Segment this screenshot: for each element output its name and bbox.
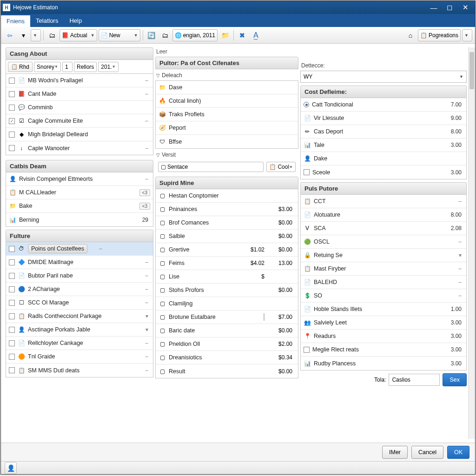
pogreations-combo[interactable]: 📋Pogreations [418, 29, 461, 41]
list-item[interactable]: ▢Lise$ [156, 270, 298, 284]
list-item[interactable]: ▢Stohs Profors$0.00 [156, 284, 298, 297]
list-item[interactable]: 📊Tale3.00 [301, 139, 466, 152]
list-item[interactable]: ▢Hestan Conptomier [156, 189, 298, 203]
actual-combo[interactable]: 📕Acbual▼ [60, 29, 97, 41]
list-item[interactable]: ▢Pninainces$3.00 [156, 203, 298, 216]
snorey-combo[interactable]: Snorey▼ [34, 62, 61, 72]
cool-combo[interactable]: 📋 Cool▼ [266, 162, 296, 172]
list-item[interactable]: 🔵2 AChariage– [6, 283, 153, 296]
versit-label[interactable]: ▽Versit [155, 149, 298, 160]
font-icon[interactable]: A̲ [250, 29, 262, 41]
back-button[interactable]: ⇦ [4, 29, 16, 41]
checkbox-icon[interactable] [304, 347, 310, 353]
menu-friens[interactable]: Fniens [1, 14, 30, 27]
list-item[interactable]: Sceole3.00 [301, 165, 466, 179]
list-item[interactable]: ✓☑Cagle Commuite Eite– [6, 114, 153, 128]
list-item[interactable]: 📍Readurs3.00 [301, 330, 466, 343]
list-item[interactable]: 📄Rellchloyter Cankage– [6, 337, 153, 350]
list-item[interactable]: 📄BALEHD– [301, 276, 466, 289]
list-item[interactable]: Meglie Rlect reats3.00 [301, 343, 466, 357]
list-item[interactable]: 📄MB Wodni's Prallagel– [6, 74, 153, 87]
maximize-button[interactable]: ◻ [442, 2, 457, 13]
list-item[interactable]: 📋CCT– [301, 195, 466, 208]
checkbox-icon[interactable] [9, 327, 15, 333]
one-combo[interactable]: 1 [62, 62, 73, 72]
checkbox-icon[interactable]: ✓ [9, 118, 15, 124]
list-item[interactable]: ▢Clamiljng [156, 297, 298, 311]
list-item[interactable]: ◆Migh Bridelagl Delleard [6, 128, 153, 141]
list-item[interactable]: 💲SO– [301, 289, 466, 303]
list-item[interactable]: 🔥Cotcal linoh) [156, 94, 298, 108]
list-item[interactable]: ☐SCC Ol Marage– [6, 296, 153, 310]
dropdown-button[interactable]: ▼ [31, 29, 41, 41]
ok-button[interactable]: OK [447, 446, 469, 459]
list-item[interactable]: 🔒Retuing Se▾ [301, 249, 466, 262]
new-combo[interactable]: 📄New▼ [99, 29, 140, 41]
list-item[interactable]: 📄Hoble Stands Illets1.00 [301, 303, 466, 316]
list-item[interactable]: 🧭Peport [156, 121, 298, 135]
sex-button[interactable]: Sex [443, 373, 467, 386]
checkbox-icon[interactable] [9, 340, 15, 346]
checkbox-icon[interactable] [9, 259, 15, 265]
checkbox-icon[interactable] [9, 132, 15, 138]
checkbox-icon[interactable] [9, 91, 15, 97]
list-item[interactable]: 🟠Tnl Graide– [6, 350, 153, 364]
list-item[interactable]: 👥Salviely Leet3.00 [301, 316, 466, 330]
checkbox-icon[interactable] [9, 246, 15, 252]
checkbox-icon[interactable] [304, 169, 310, 175]
list-item[interactable]: 📄Bubtor Paril nabe– [6, 269, 153, 283]
list-item[interactable]: VSCA2.08 [301, 222, 466, 235]
rellors-combo[interactable]: Rellors [74, 62, 97, 72]
list-item[interactable]: ▢Brotune Eutalbare$7.00 [156, 311, 298, 324]
checkbox-icon[interactable] [9, 367, 15, 373]
sentace-combo[interactable]: ▢ Sentace [158, 162, 264, 172]
list-item[interactable]: 🔷DMIDE Maitlnage– [6, 256, 153, 269]
rhd-button[interactable]: 📋 Rhd [8, 62, 33, 72]
list-item[interactable]: 📋Mast Firyber– [301, 262, 466, 276]
minimize-button[interactable]: — [426, 2, 442, 13]
list-item[interactable]: ✏Cas Deport8.00 [301, 125, 466, 139]
refresh-icon[interactable]: 🔄 [145, 29, 158, 41]
list-item[interactable]: ▢Result$0.00 [156, 364, 298, 378]
checkbox-icon[interactable] [9, 354, 15, 360]
checkbox-icon[interactable] [9, 78, 15, 84]
year-combo[interactable]: 201.▼ [98, 62, 118, 72]
scroll-thumb[interactable] [469, 52, 474, 89]
checkbox-icon[interactable] [9, 273, 15, 279]
layers-icon[interactable]: 🗂 [159, 29, 171, 41]
list-item[interactable]: ▢Feims$4.0213.00 [156, 257, 298, 270]
scrollbar[interactable] [468, 47, 475, 439]
cancel-button[interactable]: Cancel [411, 446, 443, 459]
list-item[interactable]: 📊Rudby Plancess3.00 [301, 357, 466, 370]
list-item[interactable]: Catt Tondicional7.00 [301, 98, 466, 112]
menu-help[interactable]: Help [64, 15, 87, 26]
strike-icon[interactable]: ✖ [236, 29, 248, 41]
tola-input[interactable]: Caslios [389, 374, 440, 386]
list-item[interactable]: ▢Salble$0.00 [156, 230, 298, 243]
list-item[interactable]: 📄Alotuature8.00 [301, 208, 466, 222]
list-item[interactable]: ▢Brof Comances$0.00 [156, 216, 298, 230]
list-item[interactable]: 💬Comminb [6, 101, 153, 114]
back-menu[interactable]: ▾ [17, 29, 29, 41]
list-item[interactable]: 📦Traks Proflets [156, 108, 298, 121]
list-item[interactable]: 👤Asctinage Porkats Jable▾ [6, 323, 153, 337]
list-item[interactable]: 📋Radls Conthecciont Parkage▾ [6, 310, 153, 323]
deleach-label[interactable]: ▽Deleach [155, 69, 298, 80]
checkbox-icon[interactable] [9, 286, 15, 292]
pogreations-menu[interactable]: ▼ [462, 29, 472, 41]
list-item[interactable]: 🛡Bffse [156, 135, 298, 148]
list-item[interactable]: ⏱Poins onl Costelfees– [6, 242, 153, 256]
list-item[interactable]: 📋SM MMS Dutl deats– [6, 364, 153, 377]
list-item[interactable]: ▢Pneldion Oll$2.00 [156, 337, 298, 351]
list-item[interactable]: 📕Cant Made– [6, 87, 153, 101]
list-item[interactable]: ▢Grertive$1.02$0.00 [156, 243, 298, 257]
wy-combo[interactable]: WY▼ [300, 71, 467, 83]
list-item[interactable]: 👤Dake [301, 152, 466, 165]
list-item[interactable]: ↓Caple Wanooter– [6, 141, 153, 155]
list-item[interactable]: 📄Vir Llessute9.00 [301, 112, 466, 125]
radio-icon[interactable] [304, 102, 309, 107]
menu-telators[interactable]: Telatlors [30, 15, 64, 26]
folder-icon[interactable]: 📁 [219, 29, 231, 41]
close-button[interactable]: ✕ [457, 2, 473, 13]
checkbox-icon[interactable] [9, 105, 15, 111]
